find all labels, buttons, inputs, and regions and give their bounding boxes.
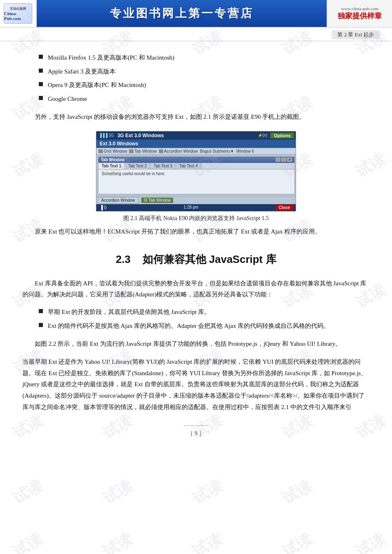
para2: 原来 Ext 也可以这样地用！ECMAScript 开拓了我们的眼界，也真正地拓… bbox=[22, 226, 370, 238]
browser-list: Mozilla Firefox 1.5 及更高版本(PC 和 Macintosh… bbox=[39, 53, 370, 104]
list-item: 早期 Ext 的开发阶段，其底层代码是依附其他 JavaScript 库。 bbox=[39, 307, 370, 318]
logo-top-text: 互动出版网 bbox=[10, 7, 26, 11]
tab-4: Tab Text 4 bbox=[176, 163, 201, 169]
header-url: www.china-pub.com bbox=[341, 6, 379, 11]
phone-app-name: 3G Ext 3.0 Windows bbox=[117, 133, 254, 138]
logo-box: 互动出版网 China-Pub.com bbox=[4, 3, 32, 24]
tab-window-label: Tab Window bbox=[141, 198, 173, 203]
figure-caption: 图 2.1 高端手机 Nokia E90 内嵌的浏览器支持 JavaScript… bbox=[123, 215, 269, 222]
phone-app-title: Ext 3.0 Windows bbox=[96, 140, 296, 148]
close-icon: ✕ bbox=[287, 158, 292, 162]
maximize-icon: □ bbox=[281, 158, 286, 162]
list-item-text: Opera 9 及更高版本(PC 和 Macintosh) bbox=[48, 80, 146, 91]
phone-top-bar: ▐▐▐ 3G 3G Ext 3.0 Windows ⚡(♯) Options bbox=[96, 131, 296, 140]
list-item-text: Mozilla Firefox 1.5 及更高版本(PC 和 Macintosh… bbox=[48, 53, 174, 63]
phone-window-controls: ─ □ ✕ bbox=[276, 158, 292, 162]
bullet-icon bbox=[39, 309, 43, 313]
para4: 如图 2.2 所示，当前 Ext 为流行的 JavaScript 库提供了功能的… bbox=[22, 338, 370, 350]
tab-1: Tab Text 1 bbox=[98, 163, 125, 169]
logo-main-text: China-Pub.com bbox=[4, 11, 32, 21]
tab-2: Tab Text 2 bbox=[125, 163, 150, 169]
phone-options-btn: Options bbox=[270, 133, 294, 138]
accordion-label: Accordion Window bbox=[98, 197, 138, 203]
page-number-area: ［ 9 ］ bbox=[22, 425, 370, 445]
header-right: www.china-pub.com 独家提供样章 bbox=[327, 0, 392, 27]
bullet-icon bbox=[39, 323, 43, 327]
list-item-text: Ext 的组件代码不是按其他 Ajax 库的风格写的。Adapter 会把其他 … bbox=[48, 321, 330, 332]
page-header: 互动出版网 China-Pub.com 专业图书网上第一专营店 www.chin… bbox=[0, 0, 392, 28]
chapter-bar: 第 2 章 Ext 起步 bbox=[0, 28, 392, 41]
section-title: 如何兼容其他 JavaScript 库 bbox=[143, 253, 276, 265]
para3: Ext 库具备全面的 API，尝试着为我们提供完整的整合开发平台，但是如果结合遗… bbox=[22, 278, 370, 301]
list-item: Apple Safari 3 及更高版本 bbox=[39, 67, 370, 77]
section-number: 2.3 bbox=[116, 253, 130, 265]
phone-signal-icon: ⚡(♯) bbox=[258, 133, 267, 138]
logo-area: 互动出版网 China-Pub.com bbox=[0, 0, 37, 27]
phone-nav-bar: Grid Window Tab Window Accordion Window … bbox=[96, 148, 296, 155]
list-item-text: Google Chrome bbox=[48, 94, 87, 105]
list-item: Mozilla Firefox 1.5 及更高版本(PC 和 Macintosh… bbox=[39, 53, 370, 63]
phone-signal: ▐▐▐ 3G bbox=[99, 133, 114, 138]
status-time: 1:28 pm bbox=[184, 205, 198, 210]
intro-paragraph: 另外，支持 JavaScript 的移动设备的浏览器亦可支持 Ext，如图 2.… bbox=[22, 111, 370, 123]
nav-item-accordion: Accordion Window bbox=[159, 149, 198, 154]
phone-window-titlebar: Tab Window ─ □ ✕ bbox=[98, 157, 294, 163]
tab-3: Tab Text 3 bbox=[150, 163, 176, 169]
page-number: ［ 9 ］ bbox=[184, 425, 208, 437]
phone-screen: ▐▐▐ 3G 3G Ext 3.0 Windows ⚡(♯) Options E… bbox=[96, 131, 296, 211]
list-item-text: 早期 Ext 的开发阶段，其底层代码是依附其他 JavaScript 库。 bbox=[48, 307, 210, 318]
list-item-text: Apple Safari 3 及更高版本 bbox=[48, 67, 116, 77]
nav-item-grid: Grid Window bbox=[98, 149, 127, 154]
phone-content-area: Something useful would be in here. bbox=[98, 169, 294, 194]
close-button: Close bbox=[276, 205, 293, 210]
phone-window-title: Tab Window bbox=[101, 158, 125, 162]
header-slogan: 独家提供样章 bbox=[338, 11, 382, 21]
nav-item-window6: Window 6 bbox=[236, 149, 254, 154]
para5: 当最早期 Ext 还是作为 Yahoo UI! Library(简称 YUI)的… bbox=[22, 356, 370, 413]
bullet-icon bbox=[39, 96, 43, 100]
phone-content-text: Something useful would be in here. bbox=[102, 171, 165, 176]
header-center: 专业图书网上第一专营店 bbox=[37, 0, 327, 27]
phone-tabs: Tab Text 1 Tab Text 2 Tab Text 3 Tab Tex… bbox=[98, 163, 294, 169]
list-item: Google Chrome bbox=[39, 94, 370, 105]
phone-accordion-bar: Accordion Window Tab Window bbox=[96, 196, 296, 204]
list-item: Opera 9 及更高版本(PC 和 Macintosh) bbox=[39, 80, 370, 91]
phone-status-bar: ▐ 0 1:28 pm Close bbox=[96, 204, 296, 211]
chapter-bar-text: 第 2 章 Ext 起步 bbox=[332, 30, 380, 39]
status-left: ▐ 0 bbox=[100, 205, 107, 210]
header-center-title: 专业图书网上第一专营店 bbox=[110, 6, 254, 21]
section-heading: 2.3 如何兼容其他 JavaScript 库 bbox=[22, 252, 370, 267]
adapter-list: 早期 Ext 的开发阶段，其底层代码是依附其他 JavaScript 库。 Ex… bbox=[39, 307, 370, 331]
bullet-icon bbox=[39, 69, 43, 73]
main-content: Mozilla Firefox 1.5 及更高版本(PC 和 Macintosh… bbox=[0, 41, 392, 462]
bullet-icon bbox=[39, 82, 43, 86]
figure-image: ▐▐▐ 3G 3G Ext 3.0 Windows ⚡(♯) Options E… bbox=[96, 131, 296, 211]
phone-inner-window: Tab Window ─ □ ✕ Tab Text 1 Tab Text 2 T… bbox=[98, 156, 295, 194]
list-item: Ext 的组件代码不是按其他 Ajax 库的风格写的。Adapter 会把其他 … bbox=[39, 321, 370, 332]
nav-item-tab: Tab Window bbox=[129, 149, 156, 154]
bullet-icon bbox=[39, 55, 43, 59]
nav-item-bogus: Bogus Submenu▼ bbox=[200, 149, 234, 154]
figure-container: ▐▐▐ 3G 3G Ext 3.0 Windows ⚡(♯) Options E… bbox=[94, 131, 298, 222]
minimize-icon: ─ bbox=[276, 158, 281, 162]
